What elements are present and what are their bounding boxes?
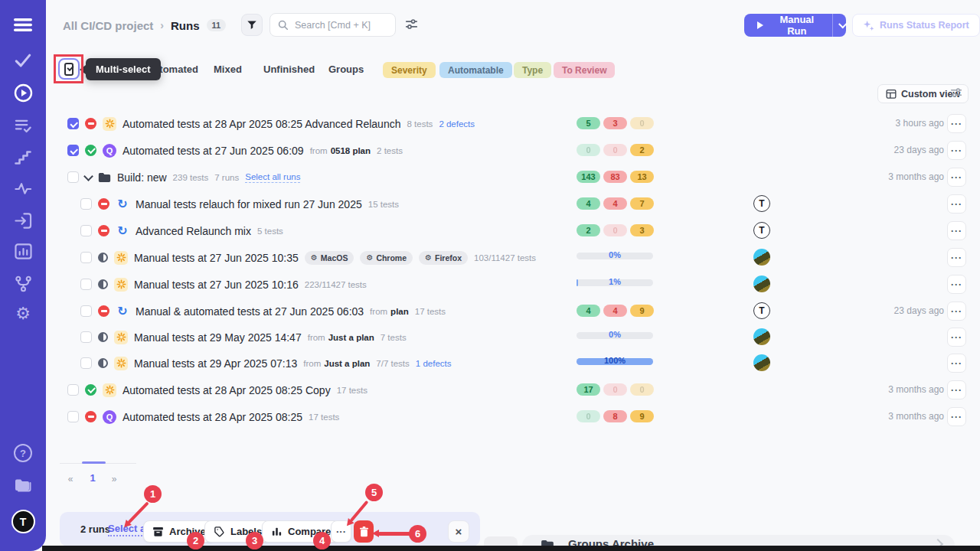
delete-button[interactable]: [354, 520, 374, 543]
menu-icon[interactable]: [0, 18, 46, 31]
row-menu-button[interactable]: [947, 328, 966, 347]
row-checkbox[interactable]: [80, 252, 92, 263]
settings-gear-icon[interactable]: ⚙: [0, 305, 46, 322]
row-checkbox[interactable]: [67, 145, 79, 156]
help-icon[interactable]: ?: [0, 444, 46, 462]
tab-unfinished[interactable]: Unfinished: [263, 64, 315, 75]
row-checkbox[interactable]: [67, 118, 79, 129]
badge-to-review[interactable]: To Review: [554, 62, 615, 78]
group-row[interactable]: Build: new 239 tests 7 runs Select all r…: [0, 164, 980, 191]
pagination-next-button[interactable]: [107, 474, 121, 484]
run-title[interactable]: Manual tests at 29 Apr 2025 07:13: [134, 357, 297, 370]
row-menu-button[interactable]: [947, 141, 966, 160]
row-checkbox[interactable]: [80, 305, 92, 317]
plan-name[interactable]: plan: [390, 307, 409, 316]
group-title[interactable]: Build: new: [117, 171, 167, 184]
activity-pulse-icon[interactable]: [0, 182, 46, 195]
row-menu-button[interactable]: [947, 302, 966, 321]
breadcrumb-project[interactable]: All CI/CD project: [63, 19, 153, 32]
filter-funnel-button[interactable]: [241, 14, 263, 36]
branches-icon[interactable]: [0, 276, 46, 292]
run-title[interactable]: Advanced Relaunch mix: [136, 225, 251, 237]
row-menu-button[interactable]: [947, 407, 966, 426]
projects-folder-icon[interactable]: [0, 478, 46, 493]
row-checkbox[interactable]: [80, 357, 92, 369]
run-defects-link[interactable]: 1 defects: [416, 359, 452, 368]
row-checkbox[interactable]: [80, 225, 92, 236]
run-row[interactable]: Manual tests at 27 Jun 2025 10:16 223/11…: [0, 271, 980, 298]
row-menu-button[interactable]: [947, 194, 966, 214]
run-row[interactable]: Automated tests at 28 Apr 2025 08:25 Cop…: [0, 377, 980, 403]
row-menu-button[interactable]: [947, 114, 966, 133]
columns-settings-icon[interactable]: [950, 86, 962, 102]
row-menu-button[interactable]: [947, 168, 966, 187]
collapse-chevron-icon[interactable]: [83, 171, 93, 181]
runs-play-icon[interactable]: [0, 83, 46, 103]
run-row[interactable]: Advanced Relaunch mix 5 tests 2 0 3 T: [0, 217, 980, 244]
row-checkbox[interactable]: [80, 198, 92, 210]
plan-name[interactable]: 0518 plan: [331, 146, 371, 155]
badge-type[interactable]: Type: [514, 62, 551, 78]
failed-pill: 0: [603, 383, 627, 396]
search-settings-icon[interactable]: [405, 18, 418, 34]
pagination-page-1[interactable]: 1: [86, 472, 100, 484]
row-menu-button[interactable]: [947, 221, 966, 240]
plan-name[interactable]: Just a plan: [324, 359, 370, 368]
tests-check-icon[interactable]: [0, 53, 46, 68]
run-row[interactable]: Manual tests at 29 May 2025 14:47 fromJu…: [0, 324, 980, 350]
run-title[interactable]: Automated tests at 27 Jun 2025 06:09: [122, 145, 304, 157]
bar-chart-icon: [271, 526, 283, 537]
select-all-runs-link[interactable]: Select all runs: [245, 172, 300, 183]
run-title[interactable]: Manual tests at 27 Jun 2025 10:35: [134, 252, 299, 264]
manual-run-button[interactable]: Manual Run: [744, 14, 846, 37]
run-title[interactable]: Automated tests at 28 Apr 2025 08:25 Cop…: [122, 384, 331, 396]
pagination-prev-button[interactable]: [64, 474, 77, 484]
trash-icon: [359, 527, 369, 537]
run-title[interactable]: Manual tests at 29 May 2025 14:47: [134, 331, 302, 344]
badge-severity[interactable]: Severity: [383, 62, 436, 78]
run-row[interactable]: Q Automated tests at 27 Jun 2025 06:09 f…: [0, 137, 980, 164]
run-title[interactable]: Manual tests relauch for mixed run 27 Ju…: [136, 198, 362, 210]
run-title[interactable]: Manual tests at 27 Jun 2025 10:16: [134, 279, 299, 291]
pull-requests-icon[interactable]: [0, 213, 46, 229]
chevron-down-icon[interactable]: [838, 19, 848, 28]
reports-chart-icon[interactable]: [0, 243, 46, 259]
row-checkbox[interactable]: [67, 411, 79, 422]
skipped-pill: 0: [630, 117, 654, 129]
row-checkbox[interactable]: [80, 331, 92, 343]
failed-pill: 8: [603, 410, 627, 422]
search-input-wrap[interactable]: [270, 13, 396, 37]
run-defects-link[interactable]: 2 defects: [439, 119, 475, 129]
runs-status-report-button[interactable]: Runs Status Report: [852, 14, 980, 37]
button-divider: [832, 14, 833, 37]
row-menu-button[interactable]: [947, 275, 966, 294]
test-plans-icon[interactable]: [0, 119, 46, 133]
tab-groups[interactable]: Groups: [328, 64, 364, 75]
row-menu-button[interactable]: [947, 380, 966, 399]
row-menu-button[interactable]: [947, 354, 966, 373]
passed-pill: 0: [577, 144, 600, 156]
row-checkbox[interactable]: [67, 384, 79, 396]
run-title[interactable]: Manual & automated tests at 27 Jun 2025 …: [136, 305, 364, 318]
milestones-steps-icon[interactable]: [0, 150, 46, 165]
run-stats: 17 0 0: [577, 383, 654, 396]
app-logo[interactable]: T: [0, 510, 46, 533]
row-menu-button[interactable]: [947, 248, 966, 267]
row-checkbox[interactable]: [80, 279, 92, 290]
run-row[interactable]: Q Automated tests at 28 Apr 2025 08:25 1…: [0, 403, 980, 430]
run-row[interactable]: Manual & automated tests at 27 Jun 2025 …: [0, 298, 980, 324]
run-row[interactable]: Manual tests relauch for mixed run 27 Ju…: [0, 191, 980, 217]
plan-name[interactable]: Just a plan: [328, 333, 374, 342]
annotation-6: 6: [409, 525, 426, 543]
run-title[interactable]: Automated tests at 28 Apr 2025 08:25: [122, 411, 302, 423]
run-progress: 0%: [577, 331, 653, 339]
row-checkbox[interactable]: [67, 171, 79, 183]
tab-mixed[interactable]: Mixed: [214, 64, 242, 75]
run-row[interactable]: Automated tests at 28 Apr 2025 08:25 Adv…: [0, 110, 980, 137]
run-row[interactable]: Manual tests at 27 Jun 2025 10:35 MacOS …: [0, 244, 980, 271]
run-title[interactable]: Automated tests at 28 Apr 2025 08:25 Adv…: [122, 118, 400, 130]
badge-automatable[interactable]: Automatable: [439, 62, 512, 78]
close-action-bar-button[interactable]: [448, 520, 469, 543]
search-input[interactable]: [293, 19, 388, 31]
run-row[interactable]: Manual tests at 29 Apr 2025 07:13 fromJu…: [0, 350, 980, 377]
